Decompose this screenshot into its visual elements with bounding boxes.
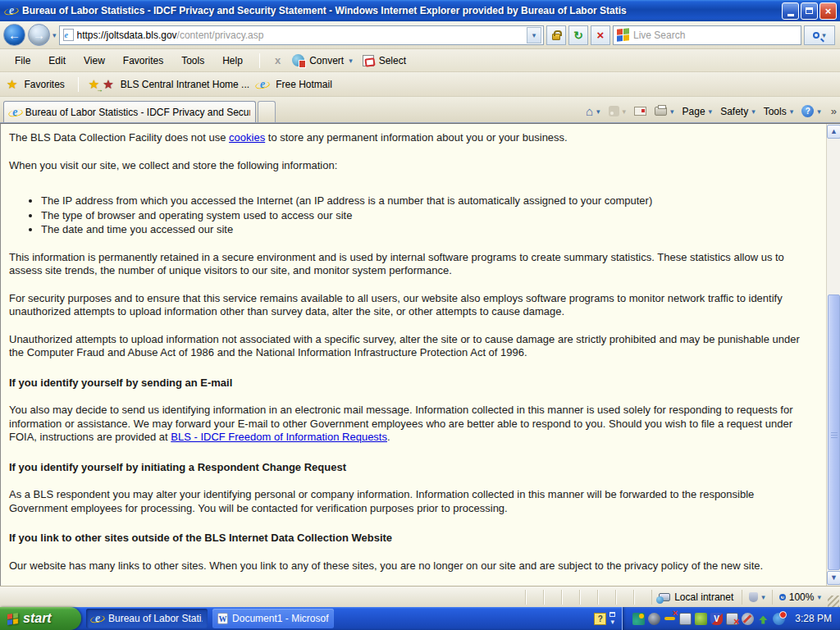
browser-viewport: The BLS Data Collection Facility does no… <box>0 123 840 586</box>
help-button[interactable]: ?▾ <box>801 105 821 117</box>
language-help-section: ? ▾ <box>587 607 622 630</box>
convert-dropdown-icon[interactable]: ▾ <box>349 57 353 65</box>
zoom-control[interactable]: 100% ▾ <box>772 590 828 605</box>
convert-button[interactable]: Convert <box>309 55 347 66</box>
stop-icon: × <box>597 28 605 42</box>
restore-icon <box>806 7 813 14</box>
menu-tools[interactable]: Tools <box>173 52 212 69</box>
menu-edit[interactable]: Edit <box>40 52 74 69</box>
stop-button[interactable]: × <box>591 25 610 45</box>
shield-icon <box>749 592 758 602</box>
feeds-button[interactable]: ▾ <box>609 106 627 116</box>
status-segment <box>597 590 615 605</box>
zoom-dropdown-icon: ▾ <box>817 593 821 601</box>
audio-muted-icon[interactable] <box>742 613 754 625</box>
page-menu-label: Page <box>682 106 705 117</box>
security-pass-icon[interactable] <box>648 613 660 625</box>
messenger-alert-icon[interactable] <box>773 613 785 625</box>
antivirus-shield-icon[interactable] <box>710 613 723 625</box>
favorite-link-hotmail[interactable]: Free Hotmail <box>272 79 336 90</box>
resize-grip[interactable] <box>828 596 839 607</box>
home-button[interactable]: ⌂▾ <box>586 104 600 118</box>
key-error-icon[interactable] <box>664 613 676 625</box>
address-field[interactable]: https://joltsdata.bls.gov/content/privac… <box>59 25 544 45</box>
protected-mode-control[interactable]: ▾ <box>742 590 772 605</box>
para6-text: You also may decide to send us identifyi… <box>9 404 793 443</box>
menu-file[interactable]: File <box>7 52 39 69</box>
search-dropdown-icon: ▾ <box>822 31 826 39</box>
help-icon: ? <box>801 105 814 117</box>
close-button[interactable]: × <box>819 2 837 20</box>
help-tray-icon[interactable]: ? <box>594 613 606 625</box>
ie-task-icon: e <box>91 612 104 625</box>
forward-button[interactable]: → <box>28 24 50 46</box>
toolbar-options[interactable]: ▾ <box>609 612 615 626</box>
menu-favorites[interactable]: Favorites <box>115 52 171 69</box>
url-text[interactable]: https://joltsdata.bls.gov/content/privac… <box>77 30 523 41</box>
vertical-scrollbar[interactable]: ▲ ▼ <box>826 124 840 586</box>
intranet-icon <box>659 593 670 601</box>
menu-help[interactable]: Help <box>214 52 251 69</box>
paragraph-collect-intro: When you visit our site, we collect and … <box>9 159 815 173</box>
start-button[interactable]: start <box>0 607 81 630</box>
para1-text: The BLS Data Collection Facility does no… <box>9 131 229 144</box>
page-dropdown-icon: ▾ <box>709 107 713 116</box>
addon-close-button[interactable]: x <box>268 54 287 66</box>
tab-bar: e Bureau of Labor Statistics - IDCF Priv… <box>0 97 840 123</box>
wireless-status-icon[interactable] <box>632 613 645 625</box>
refresh-button[interactable]: ↻ <box>568 25 588 45</box>
status-segment <box>615 590 633 605</box>
tools-menu-button[interactable]: Tools▾ <box>764 106 794 117</box>
status-segment <box>633 590 651 605</box>
window-titlebar: e Bureau of Labor Statistics - IDCF Priv… <box>0 0 840 21</box>
favorite-link-bls[interactable]: BLS Central Intranet Home ... <box>117 79 253 90</box>
collected-info-list: The IP address from which you accessed t… <box>41 194 815 237</box>
forward-arrow-icon: → <box>33 28 45 42</box>
search-go-button[interactable]: ▾ <box>804 25 835 45</box>
toolbar-overflow-button[interactable]: » <box>831 105 837 117</box>
word-icon: W <box>217 613 228 624</box>
display-settings-icon[interactable] <box>679 613 692 625</box>
active-tab[interactable]: e Bureau of Labor Statistics - IDCF Priv… <box>3 101 256 122</box>
scrollbar-thumb[interactable] <box>828 294 840 570</box>
back-button[interactable]: ← <box>3 24 25 46</box>
foia-link[interactable]: BLS - IDCF Freedom of Information Reques… <box>171 431 387 443</box>
page-favicon-icon <box>63 29 74 41</box>
history-dropdown[interactable]: ▾ <box>52 31 57 39</box>
ssl-lock-button[interactable] <box>546 25 566 45</box>
url-host: https://joltsdata.bls.gov <box>77 30 177 41</box>
search-input[interactable] <box>633 30 797 41</box>
nvidia-settings-icon[interactable] <box>695 613 707 625</box>
minimize-button[interactable] <box>782 2 799 20</box>
taskbar: start e Bureau of Labor Stati... W Docum… <box>0 607 840 630</box>
new-tab-button[interactable] <box>258 101 276 122</box>
read-mail-button[interactable] <box>634 107 646 116</box>
network-error-icon[interactable] <box>726 613 738 625</box>
print-button[interactable]: ▾ <box>655 107 674 116</box>
taskbar-button-word[interactable]: W Document1 - Microsof... <box>212 609 334 628</box>
taskbar-button-label: Document1 - Microsof... <box>232 613 329 624</box>
restore-button[interactable] <box>801 2 818 20</box>
software-update-icon[interactable] <box>757 613 769 625</box>
url-dropdown-button[interactable]: ▾ <box>527 27 541 43</box>
status-segment <box>579 590 597 605</box>
scroll-up-button[interactable]: ▲ <box>827 125 840 139</box>
search-icon <box>813 32 819 39</box>
taskbar-button-ie[interactable]: e Bureau of Labor Stati... <box>86 609 208 628</box>
list-item: The date and time you accessed our site <box>41 223 815 237</box>
system-tray: 3:28 PM <box>622 607 840 630</box>
refresh-icon: ↻ <box>573 29 583 42</box>
address-toolbar: ← → ▾ https://joltsdata.bls.gov/content/… <box>0 21 840 49</box>
select-button[interactable]: Select <box>379 55 409 66</box>
add-favorite-icon[interactable]: ★ <box>89 77 99 92</box>
safety-menu-button[interactable]: Safety▾ <box>720 106 756 117</box>
zone-label: Local intranet <box>674 591 733 603</box>
home-icon: ⌂ <box>586 104 593 118</box>
help-dropdown-icon: ▾ <box>817 107 821 116</box>
cookies-link[interactable]: cookies <box>229 131 265 144</box>
lock-icon <box>552 34 560 40</box>
scroll-down-button[interactable]: ▼ <box>827 571 840 585</box>
menu-view[interactable]: View <box>75 52 113 69</box>
page-menu-button[interactable]: Page▾ <box>682 106 713 117</box>
favorites-button[interactable]: Favorites <box>21 79 67 90</box>
